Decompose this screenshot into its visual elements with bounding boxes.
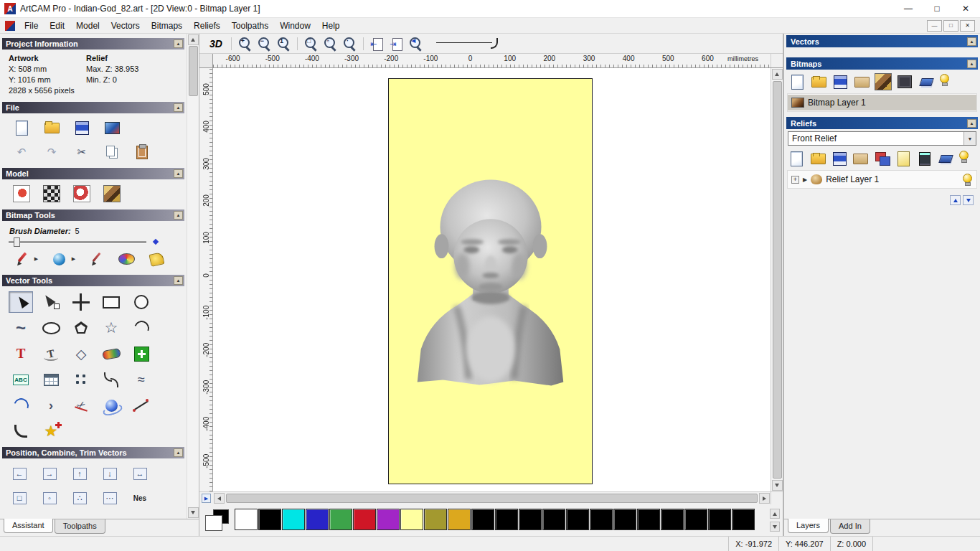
tab-assistant[interactable]: Assistant <box>4 519 53 533</box>
texture-relief-icon[interactable] <box>102 184 122 203</box>
vectors-header[interactable]: Vectors <box>786 35 978 47</box>
open-model-icon[interactable] <box>42 118 62 137</box>
scroll-thumb[interactable] <box>226 494 758 503</box>
light-material-icon[interactable] <box>72 184 92 203</box>
align-right-icon[interactable]: → <box>39 464 60 483</box>
calculate-relief-icon[interactable] <box>915 150 934 167</box>
palette-scroll-up-button[interactable] <box>770 509 780 519</box>
expand-arrow-icon[interactable] <box>803 176 807 183</box>
create-arc-icon[interactable] <box>129 317 154 339</box>
palette-swatch-gold[interactable] <box>448 509 471 530</box>
toggle-relief-visibility-icon[interactable] <box>958 150 976 167</box>
move-layer-down-button[interactable] <box>963 195 974 205</box>
node-editing-icon[interactable] <box>39 291 63 313</box>
vector-doctor-icon[interactable]: ★ <box>39 420 63 442</box>
menu-model[interactable]: Model <box>70 19 105 33</box>
text-block-icon[interactable]: ABC <box>9 369 33 390</box>
new-model-icon[interactable] <box>11 118 32 137</box>
close-button[interactable]: ✕ <box>951 0 980 17</box>
merge-bitmap-icon[interactable] <box>874 73 892 90</box>
toggle-bitmap-visibility-icon[interactable] <box>938 73 957 90</box>
fillet-icon[interactable] <box>9 420 33 442</box>
new-texture-relief-icon[interactable] <box>894 150 913 167</box>
export-model-icon[interactable] <box>102 118 122 137</box>
reliefs-header[interactable]: Reliefs <box>786 117 978 129</box>
view-3d-button[interactable]: 3D <box>205 35 227 52</box>
collapse-section-icon[interactable] <box>174 448 183 457</box>
mdi-restore-button[interactable]: □ <box>943 20 958 32</box>
duplicate-relief-icon[interactable] <box>873 150 892 167</box>
toolbar-separator[interactable] <box>229 35 235 52</box>
copy-icon[interactable] <box>102 143 122 161</box>
palette-swatch-blue[interactable] <box>306 509 329 530</box>
scroll-left-button[interactable] <box>214 493 225 504</box>
collapse-section-icon[interactable] <box>967 60 976 68</box>
create-polygon-icon[interactable] <box>69 317 93 339</box>
menu-file[interactable]: File <box>19 19 44 33</box>
primary-secondary-colour[interactable] <box>204 508 232 532</box>
dropdown-arrow-icon[interactable] <box>963 132 976 145</box>
palette-swatch-black[interactable] <box>519 509 542 530</box>
collapse-section-icon[interactable] <box>174 39 183 48</box>
fit-curves-icon[interactable] <box>99 369 123 390</box>
create-polyline-icon[interactable]: ~ <box>9 317 33 339</box>
envelope-text-icon[interactable]: ◇ <box>69 343 93 364</box>
cut-icon[interactable]: ✂ <box>72 143 92 161</box>
nesting-icon[interactable]: Nes <box>129 489 151 507</box>
palette-swatch-black[interactable] <box>590 509 613 530</box>
menu-vectors[interactable]: Vectors <box>105 19 146 33</box>
mdi-close-button[interactable]: ✕ <box>960 20 975 32</box>
collapse-section-icon[interactable] <box>967 37 976 46</box>
collapse-section-icon[interactable] <box>967 119 976 128</box>
create-star-icon[interactable]: ☆ <box>99 317 123 339</box>
undo-icon[interactable]: ↶ <box>11 143 32 161</box>
palette-swatch-red[interactable] <box>353 509 376 530</box>
menu-edit[interactable]: Edit <box>44 19 70 33</box>
collapse-section-icon[interactable] <box>174 103 183 112</box>
open-relief-icon[interactable] <box>809 150 828 167</box>
transform-vectors-icon[interactable] <box>69 291 93 313</box>
canvas-viewport[interactable] <box>213 68 771 491</box>
menu-help[interactable]: Help <box>316 19 346 33</box>
delete-relief-icon[interactable] <box>937 150 956 167</box>
zoom-scale-icon[interactable]: 1 <box>275 35 293 52</box>
text-on-curve-icon[interactable]: T <box>39 343 63 364</box>
measure-icon[interactable] <box>129 395 154 416</box>
set-model-size-icon[interactable] <box>11 184 32 203</box>
mdi-minimize-button[interactable]: — <box>927 20 942 32</box>
zoom-selected-icon[interactable]: · <box>341 35 359 52</box>
zoom-window-icon[interactable]: □ <box>303 35 320 52</box>
make-grid-icon[interactable] <box>39 369 63 390</box>
align-bottom-icon[interactable]: ↓ <box>99 464 121 483</box>
collapse-section-icon[interactable] <box>174 211 183 220</box>
palette-swatch-black[interactable] <box>637 509 660 530</box>
relief-layer-row[interactable]: Relief Layer 1 <box>788 171 976 187</box>
create-rectangle-icon[interactable] <box>99 291 123 313</box>
tab-add-in[interactable]: Add In <box>830 519 870 534</box>
palette-swatch-black[interactable] <box>258 509 281 530</box>
move-layer-up-button[interactable] <box>950 195 961 205</box>
array-copies-icon[interactable]: ⋯ <box>99 489 121 507</box>
menu-bitmaps[interactable]: Bitmaps <box>146 19 188 33</box>
palette-swatch-black[interactable] <box>732 509 755 530</box>
scatter-copies-icon[interactable]: ∴ <box>69 489 90 507</box>
combine-vectors-icon[interactable]: ◦ <box>39 489 60 507</box>
palette-swatch-cyan[interactable] <box>282 509 305 530</box>
menu-window[interactable]: Window <box>274 19 316 33</box>
bitmap-layer-row[interactable]: Bitmap Layer 1 <box>788 95 976 110</box>
toolbar-separator[interactable] <box>295 35 301 52</box>
snap-right-icon[interactable]: ⇥ <box>388 35 405 52</box>
palette-swatch-black[interactable] <box>566 509 589 530</box>
palette-swatch-black[interactable] <box>613 509 636 530</box>
toolbar-separator[interactable] <box>361 35 367 52</box>
palette-swatch-purple[interactable] <box>377 509 400 530</box>
scroll-down-button[interactable] <box>188 507 199 518</box>
menu-toolpaths[interactable]: Toolpaths <box>226 19 274 33</box>
create-circle-icon[interactable] <box>129 291 154 313</box>
palette-swatch-olive[interactable] <box>424 509 447 530</box>
palette-swatch-white[interactable] <box>235 509 258 530</box>
align-left-icon[interactable]: ← <box>9 464 30 483</box>
scroll-thumb[interactable] <box>189 46 198 96</box>
paint-icon[interactable] <box>11 250 32 268</box>
palette-swatch-black[interactable] <box>471 509 494 530</box>
